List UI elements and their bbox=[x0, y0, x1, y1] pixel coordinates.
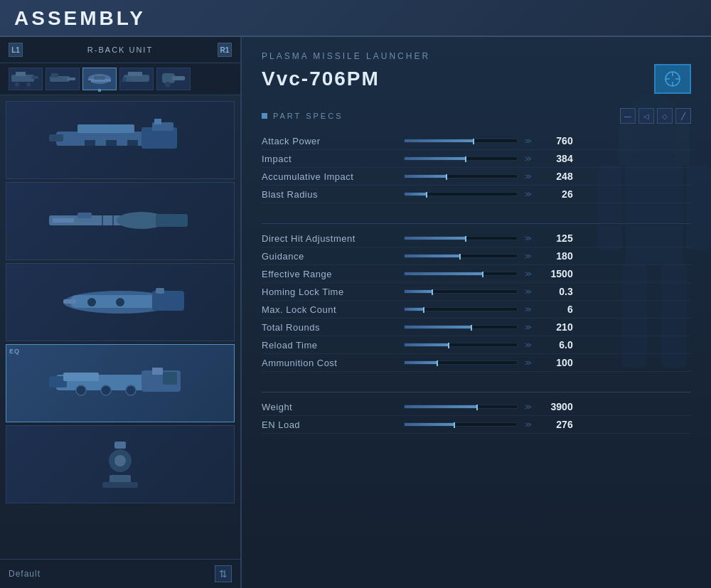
stat-bar bbox=[404, 360, 518, 365]
stat-value: 0.3 bbox=[538, 286, 573, 297]
right-panel: PLASMA MISSILE LAUNCHER Vvc-706PM bbox=[242, 37, 711, 588]
svg-rect-26 bbox=[154, 119, 161, 124]
svg-rect-11 bbox=[85, 80, 91, 83]
specs-title: PART SPECS bbox=[273, 112, 343, 120]
stat-value: 6.0 bbox=[538, 339, 573, 351]
svg-point-38 bbox=[116, 298, 124, 306]
svg-rect-48 bbox=[152, 368, 163, 375]
stat-name: Ammunition Cost bbox=[262, 358, 404, 368]
stat-row: Guidance>>180 bbox=[262, 247, 691, 265]
stat-arrow-icon: >> bbox=[525, 235, 530, 242]
thumb-2[interactable] bbox=[82, 68, 117, 90]
thumb-1[interactable] bbox=[46, 68, 80, 90]
stat-arrow-icon: >> bbox=[525, 191, 530, 198]
stat-name: Direct Hit Adjustment bbox=[262, 233, 404, 244]
stat-bar bbox=[404, 289, 518, 294]
spec-icon-slash[interactable]: ╱ bbox=[675, 108, 691, 124]
stat-name: Accumulative Impact bbox=[262, 171, 404, 182]
page-title: ASSEMBLY bbox=[14, 7, 146, 29]
stat-arrow-icon: >> bbox=[525, 252, 530, 260]
weapon-item-3[interactable]: EQ bbox=[6, 344, 235, 422]
stat-name: Impact bbox=[262, 154, 404, 164]
stat-name: Homing Lock Time bbox=[262, 287, 404, 297]
svg-rect-2 bbox=[31, 76, 38, 79]
weapon-item-4[interactable] bbox=[6, 425, 235, 503]
svg-rect-10 bbox=[94, 76, 105, 80]
next-unit-button[interactable]: R1 bbox=[218, 43, 232, 57]
stat-row: Attack Power>>760 bbox=[262, 132, 691, 150]
svg-rect-22 bbox=[85, 140, 95, 146]
stat-bar bbox=[404, 192, 518, 196]
stat-row: Blast Radius>>26 bbox=[262, 186, 691, 203]
default-label: Default bbox=[9, 569, 41, 579]
stat-value: 760 bbox=[538, 135, 573, 146]
prev-unit-button[interactable]: L1 bbox=[9, 43, 23, 57]
specs-indicator bbox=[262, 113, 267, 119]
svg-rect-6 bbox=[67, 77, 75, 80]
spec-icon-details[interactable]: ◇ bbox=[657, 108, 673, 124]
stat-arrow-icon: >> bbox=[525, 359, 530, 367]
thumb-0[interactable] bbox=[9, 68, 43, 90]
stat-arrow-icon: >> bbox=[525, 137, 530, 145]
secondary-stats: Direct Hit Adjustment>>125Guidance>>180E… bbox=[262, 230, 691, 372]
svg-rect-14 bbox=[122, 77, 127, 82]
spec-icon-bar[interactable]: — bbox=[620, 108, 636, 124]
weapon-name-row: Vvc-706PM bbox=[262, 64, 691, 94]
svg-rect-7 bbox=[51, 73, 58, 77]
stat-row: Accumulative Impact>>248 bbox=[262, 168, 691, 186]
svg-point-47 bbox=[126, 385, 136, 395]
svg-rect-21 bbox=[49, 134, 63, 141]
stat-row: Max. Lock Count>>6 bbox=[262, 301, 691, 319]
thumb-4[interactable] bbox=[156, 68, 191, 90]
weapon-item-2[interactable] bbox=[6, 263, 235, 341]
svg-rect-31 bbox=[77, 213, 92, 218]
svg-point-46 bbox=[101, 385, 111, 395]
stat-arrow-icon: >> bbox=[525, 341, 530, 349]
svg-point-54 bbox=[114, 455, 126, 466]
stat-arrow-icon: >> bbox=[525, 306, 530, 314]
stat-value: 1500 bbox=[538, 268, 573, 279]
stat-value: 248 bbox=[538, 171, 573, 182]
stat-name: Weight bbox=[262, 402, 404, 412]
thumb-3[interactable] bbox=[119, 68, 154, 90]
stat-row: Effective Range>>1500 bbox=[262, 265, 691, 283]
unit-label: R-BACK UNIT bbox=[27, 46, 213, 54]
svg-rect-49 bbox=[163, 372, 177, 385]
svg-rect-39 bbox=[63, 299, 76, 304]
stat-name: Effective Range bbox=[262, 269, 404, 279]
stat-value: 26 bbox=[538, 188, 573, 200]
stat-bar bbox=[404, 236, 518, 240]
weapon-item-1[interactable] bbox=[6, 182, 235, 260]
stat-name: Reload Time bbox=[262, 340, 404, 351]
weapon-item-0[interactable] bbox=[6, 101, 235, 179]
stat-bar bbox=[404, 174, 518, 178]
stat-row: Total Rounds>>210 bbox=[262, 319, 691, 336]
svg-point-37 bbox=[87, 298, 96, 306]
stat-bar bbox=[404, 139, 518, 143]
stat-arrow-icon: >> bbox=[525, 403, 530, 411]
stat-row: Weight>>3900 bbox=[262, 398, 691, 416]
left-panel: L1 R-BACK UNIT R1 bbox=[0, 37, 242, 588]
svg-rect-23 bbox=[106, 140, 117, 146]
stat-value: 384 bbox=[538, 153, 573, 164]
stat-arrow-icon: >> bbox=[525, 155, 530, 163]
weapon-category: PLASMA MISSILE LAUNCHER bbox=[262, 51, 691, 61]
stat-name: EN Load bbox=[262, 419, 404, 430]
spec-icon-compare[interactable]: ◁ bbox=[638, 108, 654, 124]
specs-title-row: PART SPECS bbox=[262, 112, 343, 120]
svg-rect-24 bbox=[127, 140, 138, 146]
sort-button[interactable]: ⇅ bbox=[215, 565, 232, 582]
nav-tabs: L1 R-BACK UNIT R1 bbox=[0, 37, 240, 63]
stat-row: Reload Time>>6.0 bbox=[262, 336, 691, 354]
stat-arrow-icon: >> bbox=[525, 173, 530, 181]
eq-badge: EQ bbox=[9, 348, 20, 355]
svg-rect-30 bbox=[53, 218, 74, 223]
stat-arrow-icon: >> bbox=[525, 324, 530, 331]
stat-bar bbox=[404, 307, 518, 311]
specs-header: PART SPECS — ◁ ◇ ╱ bbox=[262, 108, 691, 124]
stat-row: EN Load>>276 bbox=[262, 416, 691, 434]
weapon-preview-button[interactable] bbox=[654, 64, 691, 94]
stat-bar bbox=[404, 325, 518, 329]
part-thumbnails bbox=[0, 63, 240, 95]
svg-rect-44 bbox=[63, 373, 99, 381]
